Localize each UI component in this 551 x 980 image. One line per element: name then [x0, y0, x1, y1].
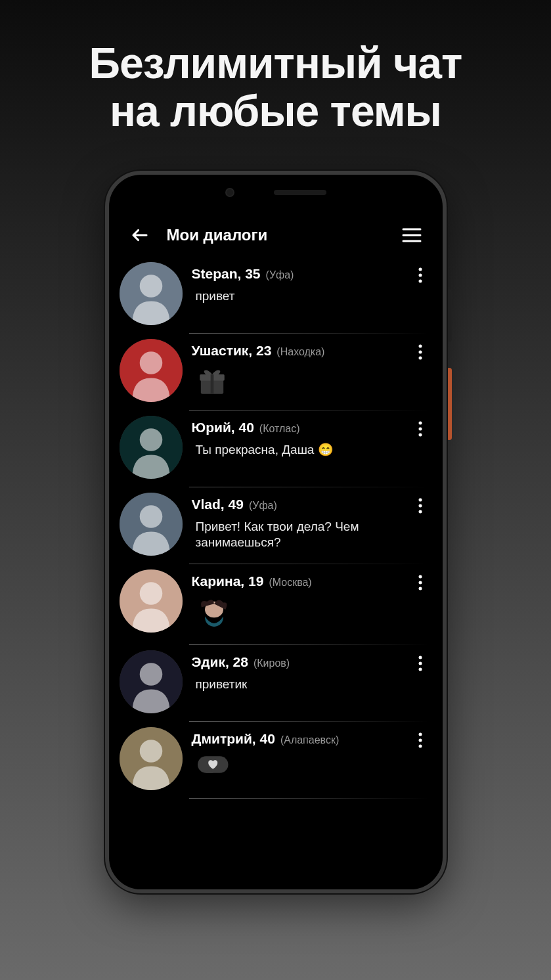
svg-point-18	[418, 422, 422, 425]
row-divider	[189, 798, 428, 799]
menu-button[interactable]	[399, 223, 424, 248]
dialog-row[interactable]: Vlad, 49 (Уфа) Привет! Как твои дела? Че…	[116, 487, 436, 556]
power-button-icon	[447, 368, 452, 440]
avatar[interactable]	[120, 262, 183, 325]
dialog-row[interactable]: Юрий, 40 (Котлас) Ты прекрасна, Даша 😁	[116, 411, 436, 479]
dialog-message: приветик	[192, 670, 407, 692]
dialog-name: Юрий, 40	[192, 420, 254, 435]
more-options-button[interactable]	[407, 650, 433, 671]
dialog-message-text: Привет! Как твои дела? Чем занимаешься?	[196, 520, 359, 549]
svg-point-38	[139, 740, 162, 763]
dialog-message-text: привет	[196, 289, 235, 303]
vertical-dots-icon	[418, 421, 422, 437]
avatar[interactable]	[120, 493, 183, 556]
dialog-city: (Москва)	[269, 577, 311, 589]
volume-button-icon	[447, 289, 452, 342]
more-options-button[interactable]	[407, 262, 433, 283]
dialog-name: Stepan, 35	[192, 266, 261, 282]
dialog-message	[192, 747, 407, 784]
svg-point-35	[418, 661, 422, 665]
svg-point-36	[418, 667, 422, 671]
svg-point-30	[418, 581, 422, 585]
svg-point-23	[418, 499, 422, 502]
dialog-city: (Котлас)	[259, 423, 300, 435]
dialog-city: (Киров)	[253, 657, 290, 669]
svg-point-42	[418, 744, 422, 747]
dialog-title-line: Stepan, 35 (Уфа)	[192, 266, 407, 282]
speaker-icon	[274, 190, 326, 195]
svg-point-14	[418, 351, 422, 354]
dialog-city: (Уфа)	[266, 269, 294, 281]
dialog-message-text: Ты прекрасна, Даша 😁	[196, 443, 334, 457]
svg-point-24	[418, 504, 422, 508]
more-options-button[interactable]	[407, 727, 433, 748]
avatar[interactable]	[120, 339, 183, 402]
svg-point-9	[139, 351, 162, 374]
dialog-city: (Уфа)	[249, 500, 277, 512]
svg-rect-12	[210, 374, 213, 394]
svg-point-41	[418, 738, 422, 742]
hamburger-icon	[402, 227, 422, 243]
svg-point-40	[418, 732, 422, 736]
dialog-body: Stepan, 35 (Уфа) привет	[183, 262, 407, 304]
dialog-message: Привет! Как твои дела? Чем занимаешься?	[192, 512, 407, 550]
svg-point-7	[418, 280, 422, 283]
gift-icon	[196, 365, 229, 402]
svg-point-5	[418, 268, 422, 271]
dialog-body: Дмитрий, 40 (Алапаевск)	[183, 727, 407, 784]
dialog-message	[192, 359, 407, 402]
dialog-name: Vlad, 49	[192, 497, 244, 512]
dialog-name: Карина, 19	[192, 573, 264, 589]
dialog-row[interactable]: Эдик, 28 (Киров) приветик	[116, 645, 436, 713]
dialog-message: привет	[192, 282, 407, 304]
vertical-dots-icon	[418, 575, 422, 590]
vertical-dots-icon	[418, 267, 422, 283]
svg-point-19	[418, 428, 422, 431]
dialog-list[interactable]: Stepan, 35 (Уфа) привет Ушастик, 23 (Нах…	[116, 257, 436, 883]
dialog-name: Ушастик, 23	[192, 343, 272, 359]
svg-point-15	[418, 357, 422, 360]
svg-point-31	[418, 587, 422, 590]
more-options-button[interactable]	[407, 339, 433, 360]
dialog-body: Vlad, 49 (Уфа) Привет! Как твои дела? Че…	[183, 493, 407, 550]
promo-line1: Безлимитный чат	[13, 39, 538, 87]
dialog-title-line: Карина, 19 (Москва)	[192, 573, 407, 589]
dialog-row[interactable]: Ушастик, 23 (Находка)	[116, 334, 436, 402]
dialog-body: Эдик, 28 (Киров) приветик	[183, 650, 407, 692]
svg-point-13	[418, 345, 422, 348]
app-screen: Мои диалоги Stepan, 35 (Уфа) привет Ушас…	[116, 211, 436, 883]
promo-line2: на любые темы	[13, 87, 538, 135]
svg-point-33	[139, 663, 162, 686]
dialog-message: Ты прекрасна, Даша 😁	[192, 435, 407, 458]
phone-notch	[225, 188, 326, 197]
dialog-message	[192, 589, 407, 636]
heart-bubble-icon	[196, 753, 235, 784]
dialog-title-line: Юрий, 40 (Котлас)	[192, 420, 407, 435]
svg-point-34	[418, 656, 422, 659]
dialog-city: (Находка)	[276, 346, 324, 358]
avatar[interactable]	[120, 650, 183, 713]
more-options-button[interactable]	[407, 416, 433, 437]
avatar[interactable]	[120, 727, 183, 790]
page-title: Мои диалоги	[152, 226, 399, 244]
svg-point-20	[418, 434, 422, 437]
arrow-left-icon	[130, 225, 150, 245]
dialog-row[interactable]: Дмитрий, 40 (Алапаевск)	[116, 722, 436, 790]
back-button[interactable]	[127, 223, 152, 248]
camera-icon	[225, 188, 234, 197]
dialog-row[interactable]: Stepan, 35 (Уфа) привет	[116, 257, 436, 325]
dialog-title-line: Vlad, 49 (Уфа)	[192, 497, 407, 512]
avatar[interactable]	[120, 569, 183, 633]
dialog-body: Юрий, 40 (Котлас) Ты прекрасна, Даша 😁	[183, 416, 407, 458]
dialog-message-text: приветик	[196, 677, 248, 691]
more-options-button[interactable]	[407, 569, 433, 590]
svg-point-29	[418, 575, 422, 579]
dialog-row[interactable]: Карина, 19 (Москва)	[116, 564, 436, 636]
dialog-name: Эдик, 28	[192, 654, 248, 670]
phone-frame: Мои диалоги Stepan, 35 (Уфа) привет Ушас…	[105, 171, 447, 893]
more-options-button[interactable]	[407, 493, 433, 514]
dialog-body: Карина, 19 (Москва)	[183, 569, 407, 636]
avatar[interactable]	[120, 416, 183, 479]
topbar: Мои диалоги	[116, 211, 436, 257]
svg-point-4	[139, 275, 162, 298]
